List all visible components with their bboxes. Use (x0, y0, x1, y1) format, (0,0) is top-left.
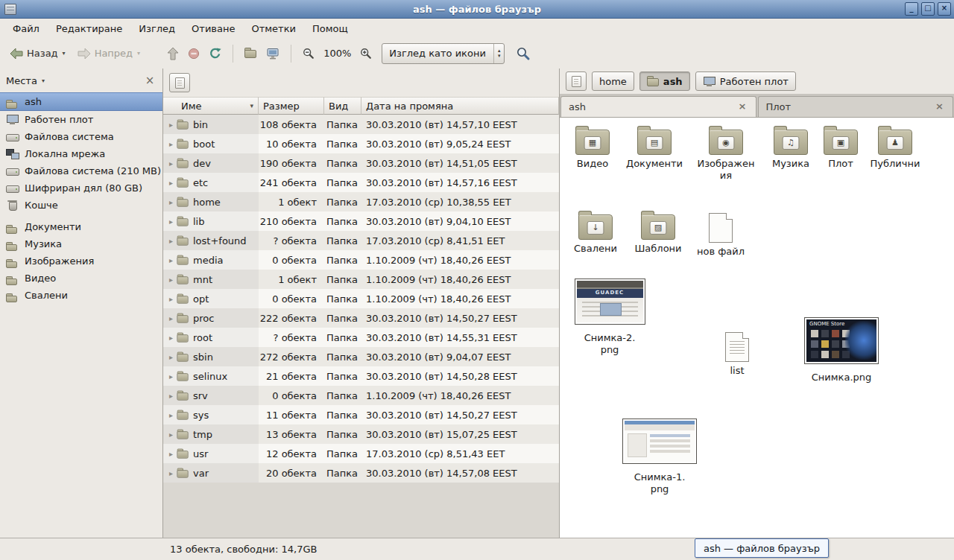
expander-icon[interactable]: ▸ (166, 198, 176, 206)
menu-item[interactable]: Отметки (243, 20, 303, 37)
reload-button[interactable] (205, 45, 225, 63)
table-row[interactable]: ▸ srv 0 обекта Папка 1.10.2009 (чт) 18,4… (163, 386, 559, 405)
stop-button[interactable] (184, 45, 203, 63)
sidebar-item[interactable]: Файлова система (210 MB) (0, 162, 162, 179)
path-button-ash[interactable]: ash (639, 71, 690, 91)
table-row[interactable]: ▸ tmp 13 обекта Папка 30.03.2010 (вт) 15… (163, 424, 559, 444)
tab-close-icon[interactable]: × (737, 101, 748, 112)
expander-icon[interactable]: ▸ (166, 121, 176, 129)
expander-icon[interactable]: ▸ (166, 411, 176, 419)
expander-icon[interactable]: ▸ (166, 179, 176, 187)
tab-close-icon[interactable]: × (934, 101, 945, 112)
sidebar-item[interactable]: Локална мрежа (0, 145, 162, 162)
sidebar-item[interactable]: ash (0, 92, 162, 111)
icon-view-item[interactable]: ▨ Шаблони (631, 209, 685, 255)
menu-item[interactable]: Файл (4, 20, 48, 37)
icon-view-item[interactable]: GUADEC Снимка-2. png (569, 279, 651, 356)
search-button[interactable] (512, 43, 534, 64)
up-button[interactable] (163, 44, 183, 63)
back-button[interactable]: Назад ▾ (4, 45, 71, 63)
path-button-home[interactable]: home (592, 71, 634, 91)
table-row[interactable]: ▸ var 20 обекта Папка 30.03.2010 (вт) 14… (163, 463, 559, 483)
home-button[interactable] (241, 45, 261, 62)
table-row[interactable]: ▸ root ? обекта Папка 30.03.2010 (вт) 14… (163, 328, 559, 347)
table-row[interactable]: ▸ lost+found ? обекта Папка 17.03.2010 (… (163, 231, 559, 250)
expander-icon[interactable]: ▸ (166, 159, 176, 168)
column-header-name[interactable]: Име ▾ (163, 97, 259, 115)
expander-icon[interactable]: ▸ (166, 140, 176, 148)
pane-location-button[interactable] (566, 71, 587, 91)
icon-view-item[interactable]: GNOME Store Снимка.png (800, 317, 883, 384)
table-row[interactable]: ▸ home 1 обект Папка 17.03.2010 (ср) 10,… (163, 192, 559, 211)
column-header-size[interactable]: Размер (259, 97, 324, 115)
expander-icon[interactable]: ▸ (166, 334, 176, 342)
expander-icon[interactable]: ▸ (166, 450, 176, 458)
expander-icon[interactable]: ▸ (166, 237, 176, 245)
pane-location-button[interactable] (169, 73, 190, 92)
sidebar-item[interactable]: Музика (0, 235, 162, 252)
table-row[interactable]: ▸ mnt 1 обект Папка 1.10.2009 (чт) 18,40… (163, 270, 559, 289)
table-row[interactable]: ▸ opt 0 обекта Папка 1.10.2009 (чт) 18,4… (163, 289, 559, 308)
tab-ash[interactable]: ash × (560, 96, 756, 117)
table-row[interactable]: ▸ etc 241 обекта Папка 30.03.2010 (вт) 1… (163, 173, 559, 192)
sidebar-close-button[interactable]: × (143, 74, 157, 87)
chevron-down-icon[interactable]: ▾ (42, 77, 45, 84)
sidebar-item[interactable]: Шифриран дял (80 GB) (0, 179, 162, 197)
expander-icon[interactable]: ▸ (166, 353, 176, 361)
table-row[interactable]: ▸ sbin 272 обекта Папка 30.03.2010 (вт) … (163, 347, 559, 366)
zoom-out-button[interactable] (299, 45, 318, 63)
zoom-in-button[interactable] (356, 45, 376, 63)
minimize-button[interactable]: _ (905, 2, 918, 16)
icon-view-item[interactable]: ▣ Плот (819, 124, 862, 170)
forward-button[interactable]: Напред ▾ (72, 45, 146, 63)
sidebar-item[interactable]: Работен плот (0, 111, 162, 128)
column-header-type[interactable]: Вид (324, 97, 361, 115)
sidebar-item[interactable]: Документи (0, 218, 162, 235)
titlebar[interactable]: ash — файлов браузър _ □ × (0, 0, 954, 19)
icon-view-item[interactable]: ↓ Свалени (569, 209, 622, 255)
icon-view-item[interactable]: ♫ Музика (762, 124, 819, 170)
sidebar-title[interactable]: Места (6, 75, 37, 86)
menu-item[interactable]: Изглед (130, 20, 183, 37)
expander-icon[interactable]: ▸ (166, 469, 176, 477)
expander-icon[interactable]: ▸ (166, 256, 176, 264)
sidebar-item[interactable]: Свалени (0, 287, 162, 304)
table-row[interactable]: ▸ selinux 21 обекта Папка 30.03.2010 (вт… (163, 366, 559, 386)
icon-view-item[interactable]: ▦ Видео (566, 124, 619, 170)
menu-item[interactable]: Помощ (304, 20, 356, 37)
expander-icon[interactable]: ▸ (166, 372, 176, 381)
menu-item[interactable]: Редактиране (48, 20, 130, 37)
sidebar-item[interactable]: Файлова система (0, 128, 162, 145)
table-row[interactable]: ▸ dev 190 обекта Папка 30.03.2010 (вт) 1… (163, 153, 559, 173)
icon-view-item[interactable]: list (712, 329, 762, 377)
icon-view-item[interactable]: Снимка-1. png (618, 419, 701, 495)
view-mode-select[interactable]: Изглед като икони ▴▾ (382, 43, 505, 64)
sidebar-item[interactable]: Изображения (0, 252, 162, 270)
table-row[interactable]: ▸ proc 222 обекта Папка 30.03.2010 (вт) … (163, 308, 559, 328)
computer-button[interactable] (262, 45, 283, 63)
icon-view-item[interactable]: ◉ Изображен ия (694, 124, 758, 182)
expander-icon[interactable]: ▸ (166, 314, 176, 322)
menu-item[interactable]: Отиване (183, 20, 243, 37)
table-row[interactable]: ▸ usr 12 обекта Папка 17.03.2010 (ср) 8,… (163, 444, 559, 463)
icon-view-item[interactable]: ▤ Документи (622, 124, 686, 170)
table-row[interactable]: ▸ lib 210 обекта Папка 30.03.2010 (вт) 9… (163, 211, 559, 231)
table-row[interactable]: ▸ bin 108 обекта Папка 30.03.2010 (вт) 1… (163, 115, 559, 134)
column-header-date[interactable]: Дата на промяна (361, 97, 559, 115)
close-button[interactable]: × (938, 2, 951, 16)
expander-icon[interactable]: ▸ (166, 276, 176, 284)
icon-view-item[interactable]: нов файл (694, 210, 748, 258)
table-row[interactable]: ▸ sys 11 обекта Папка 30.03.2010 (вт) 14… (163, 405, 559, 424)
table-row[interactable]: ▸ boot 10 обекта Папка 30.03.2010 (вт) 9… (163, 134, 559, 153)
expander-icon[interactable]: ▸ (166, 217, 176, 226)
tab-desktop[interactable]: Плот × (758, 96, 954, 117)
expander-icon[interactable]: ▸ (166, 295, 176, 303)
spinner-arrows-icon[interactable]: ▴▾ (493, 44, 505, 63)
table-row[interactable]: ▸ media 0 обекта Папка 1.10.2009 (чт) 18… (163, 250, 559, 270)
sidebar-item[interactable]: Кошче (0, 197, 162, 214)
icon-view[interactable]: ▦ Видео (560, 118, 954, 538)
path-button-desktop[interactable]: Работен плот (695, 71, 796, 91)
maximize-button[interactable]: □ (921, 2, 935, 16)
expander-icon[interactable]: ▸ (166, 392, 176, 400)
sidebar-item[interactable]: Видео (0, 270, 162, 287)
